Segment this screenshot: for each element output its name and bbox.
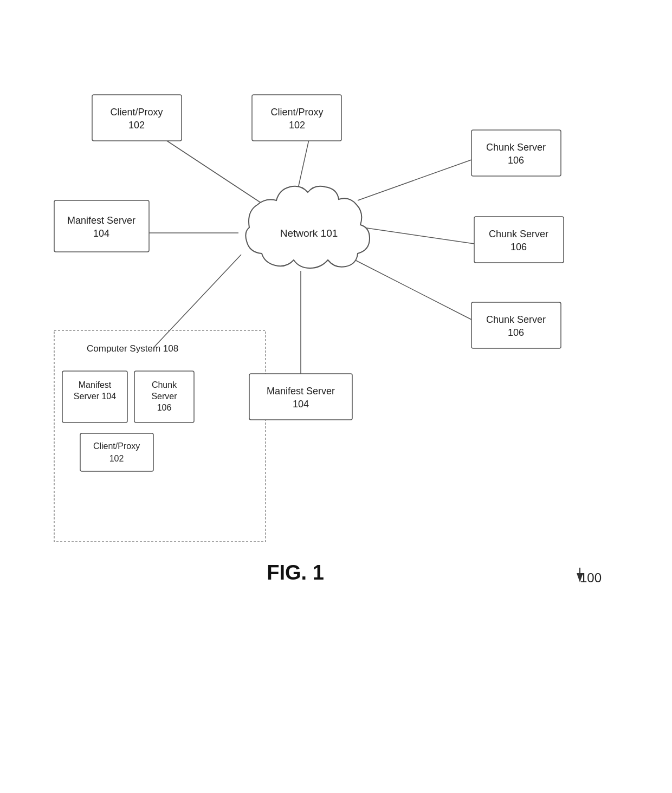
line-network-chunk3 <box>355 260 471 320</box>
client-proxy-2-number: 102 <box>289 120 305 131</box>
line-network-computer-system <box>154 255 241 347</box>
line-network-chunk2 <box>363 227 474 244</box>
fig-number: 100 <box>580 570 602 585</box>
cs-manifest-label2: Server 104 <box>74 392 116 401</box>
client-proxy-2-box <box>252 95 341 141</box>
manifest-server-top-box <box>54 200 149 252</box>
chunk-server-2-number: 106 <box>511 242 527 252</box>
fig-label: FIG. 1 <box>267 561 324 584</box>
network-cloud: Network 101 <box>245 186 370 268</box>
manifest-server-bottom-label: Manifest Server <box>267 386 335 396</box>
manifest-server-bottom-box <box>249 374 352 420</box>
computer-system-label: Computer System 108 <box>87 343 178 354</box>
cs-chunk-label1: Chunk <box>152 380 177 389</box>
cs-client-label2: 102 <box>109 454 124 463</box>
line-network-chunk1 <box>358 160 471 200</box>
client-proxy-1-label: Client/Proxy <box>110 107 163 118</box>
chunk-server-2-box <box>474 217 564 263</box>
network-label: Network 101 <box>280 227 338 239</box>
chunk-server-1-number: 106 <box>508 155 524 166</box>
manifest-server-bottom-number: 104 <box>293 399 309 410</box>
chunk-server-2-label: Chunk Server <box>489 229 548 239</box>
chunk-server-1-box <box>471 130 561 176</box>
cs-client-proxy-box <box>80 433 153 471</box>
chunk-server-3-box <box>471 302 561 348</box>
line-client1-network <box>165 140 266 206</box>
chunk-server-3-number: 106 <box>508 327 524 338</box>
manifest-server-top-number: 104 <box>93 228 109 239</box>
client-proxy-1-box <box>92 95 182 141</box>
cs-chunk-label3: 106 <box>157 403 172 412</box>
chunk-server-1-label: Chunk Server <box>486 142 546 153</box>
diagram-container: Computer System 108 Network 101 Client/P… <box>0 0 672 793</box>
chunk-server-3-label: Chunk Server <box>486 314 546 325</box>
client-proxy-1-number: 102 <box>128 120 145 131</box>
cs-client-label1: Client/Proxy <box>93 441 140 451</box>
client-proxy-2-label: Client/Proxy <box>270 107 323 118</box>
cs-manifest-label1: Manifest <box>79 380 112 389</box>
manifest-server-top-label: Manifest Server <box>67 215 135 226</box>
cs-chunk-label2: Server <box>151 392 177 401</box>
